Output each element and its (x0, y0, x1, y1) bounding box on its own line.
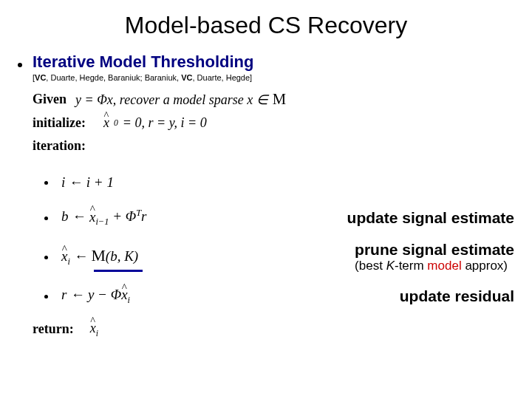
given-eq: y = Φx, recover a model sparse x ∈ (75, 92, 268, 108)
ps-model: model (427, 259, 461, 273)
return-label: return: (33, 321, 74, 337)
s2-r: r (141, 209, 146, 225)
slide: Model-based CS Recovery Iterative Model … (0, 0, 532, 338)
s4-sub: i (128, 295, 130, 305)
update-residual-label: update residual (400, 287, 514, 305)
bullet-icon (44, 295, 48, 299)
step-2: b ← xi−1 + ΦTr update signal estimate (44, 205, 514, 231)
step-4-label: update residual (385, 287, 514, 305)
step-4-math: r ← y − Φxi (61, 287, 194, 306)
prune-sub: (best K-term model approx) (355, 259, 514, 273)
init-line: initialize: x0 = 0, r = y, i = 0 (33, 115, 514, 131)
step-3-label: prune signal estimate (best K-term model… (340, 241, 514, 273)
iter-label: iteration: (33, 138, 86, 154)
step-1: i ← i + 1 (44, 170, 514, 195)
update-signal-label: update signal estimate (347, 209, 514, 227)
ps-approx: approx) (462, 259, 508, 273)
step-2-label: update signal estimate (332, 209, 514, 227)
given-block: Given y = Φx, recover a model sparse x ∈… (33, 91, 514, 154)
cite-vc2: VC (181, 73, 192, 82)
bullet-icon (18, 63, 22, 67)
s4-x: x (121, 287, 127, 303)
citation: [VC, Duarte, Hegde, Baraniuk; Baraniuk, … (33, 73, 514, 82)
step-3: xi ← M(b, K) prune signal estimate (best… (44, 241, 514, 273)
return-sub: i (96, 329, 98, 338)
s2-sub: i−1 (95, 217, 109, 228)
iter-line: iteration: (33, 138, 514, 154)
bullet-icon (44, 181, 48, 185)
given-label: Given (33, 92, 66, 107)
init-x-sub: 0 (114, 118, 118, 128)
underline-icon (94, 270, 143, 272)
cite-mid1: , Duarte, Hegde, Baraniuk; Baraniuk, (46, 73, 181, 82)
subtitle: Iterative Model Thresholding (33, 52, 253, 72)
s2-post: + Φ (109, 209, 136, 225)
s2-pre: b ← (61, 209, 89, 225)
cite-vc1: VC (35, 73, 46, 82)
bullet-icon (44, 216, 48, 220)
s3-arrow: ← (70, 248, 92, 264)
s4-pre: r ← y − Φ (61, 287, 121, 302)
s3-args: (b, K) (106, 248, 138, 264)
cite-mid2: , Duarte, Hegde] (192, 73, 252, 82)
init-rest: = 0, r = y, i = 0 (123, 115, 207, 131)
given-set: M (273, 91, 286, 108)
init-x: x (103, 115, 109, 131)
s2-x: x (89, 209, 95, 225)
ps-term: -term (395, 259, 427, 273)
given-line: Given y = Φx, recover a model sparse x ∈… (33, 91, 514, 108)
return-row: return: xi (33, 321, 514, 338)
step-1-math: i ← i + 1 (61, 174, 194, 191)
bullet-icon (44, 256, 48, 259)
s3-x: x (61, 248, 67, 265)
page-title: Model-based CS Recovery (18, 12, 514, 39)
ps-best: best (359, 259, 386, 273)
subtitle-row: Iterative Model Thresholding (18, 52, 514, 72)
step-2-math: b ← xi−1 + ΦTr (61, 208, 194, 228)
step-3-math: xi ← M(b, K) (61, 247, 194, 267)
step-4: r ← y − Φxi update residual (44, 284, 514, 309)
ps-k: K (386, 259, 395, 273)
s3-M: M (91, 247, 105, 265)
init-label: initialize: (33, 115, 86, 131)
steps-list: i ← i + 1 b ← xi−1 + ΦTr update signal e… (44, 170, 514, 309)
return-x: x (90, 321, 96, 336)
return-val: xi (90, 321, 98, 338)
prune-label: prune signal estimate (355, 241, 514, 259)
